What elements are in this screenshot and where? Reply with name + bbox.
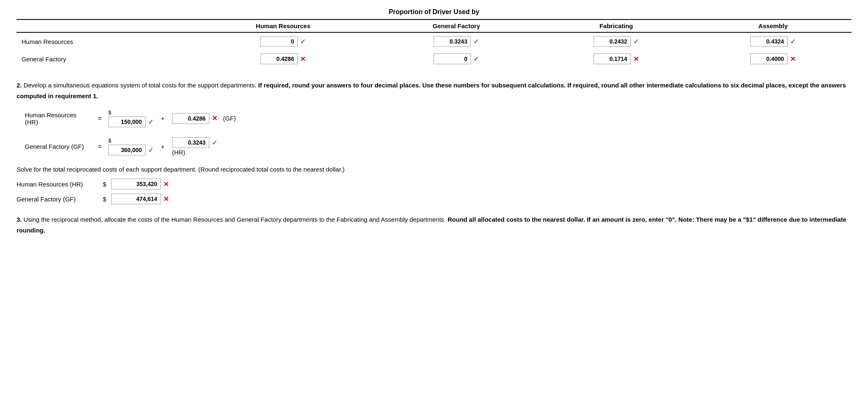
solve-hr-cross-icon: ✕: [163, 180, 169, 188]
proportion-input-r0-c2[interactable]: [594, 36, 631, 47]
cross-icon: ✕: [633, 55, 639, 63]
proportion-title: Proportion of Driver Used by: [17, 8, 851, 16]
col-header-asm: Assembly: [695, 19, 851, 32]
col-header-fab: Fabricating: [538, 19, 694, 32]
col-header-gf: General Factory: [375, 19, 538, 32]
col-header-empty: [17, 19, 192, 32]
proportion-input-r0-c3[interactable]: [750, 36, 788, 47]
proportion-cell-r0-c3: ✓: [695, 32, 851, 50]
proportion-input-r1-c3[interactable]: [750, 53, 788, 64]
check-icon: ✓: [473, 55, 479, 63]
solve-gf-input[interactable]: [111, 194, 161, 204]
q3-text1: Using the reciprocal method, allocate th…: [22, 216, 448, 223]
proportion-cell-r1-c1: ✓: [375, 50, 538, 68]
gf-equals: =: [98, 143, 102, 150]
hr-base-cost-input[interactable]: [108, 116, 145, 127]
solve-hr-row: Human Resources (HR) $ ✕: [17, 179, 851, 189]
solve-gf-row: General Factory (GF) $ ✕: [17, 194, 851, 204]
cross-icon: ✕: [790, 55, 795, 63]
proportion-cell-r0-c1: ✓: [375, 32, 538, 50]
hr-equation-label: Human Resources (HR): [25, 111, 91, 126]
gf-coeff-check-icon: ✓: [212, 139, 217, 147]
gf-dollar-sign: $: [108, 138, 111, 144]
hr-coeff-group: ✕: [172, 113, 217, 124]
check-icon: ✓: [473, 38, 479, 46]
proportion-cell-r0-c0: ✓: [192, 32, 375, 50]
check-icon: ✓: [633, 38, 639, 46]
gf-equation-label: General Factory (GF): [25, 143, 91, 150]
question2-text: 2. Develop a simultaneous equations syst…: [17, 80, 851, 101]
col-header-hr: Human Resources: [192, 19, 375, 32]
gf-label-line1: General Factory (GF): [25, 143, 91, 150]
q2-text1: Develop a simultaneous equations system …: [22, 82, 258, 89]
hr-dollar-input-group: $ ✓: [108, 109, 153, 127]
gf-base-check-icon: ✓: [148, 146, 153, 154]
hr-dollar-sign: $: [108, 109, 111, 116]
q2-number: 2.: [17, 82, 22, 89]
check-icon: ✓: [300, 38, 305, 46]
equations-section: Human Resources (HR) = $ ✓ + ✕ (GF) Gene…: [25, 109, 851, 156]
proportion-table: Human Resources General Factory Fabricat…: [17, 19, 851, 68]
question3-block: 3. Using the reciprocal method, allocate…: [17, 214, 851, 235]
q3-number: 3.: [17, 216, 22, 223]
solve-instruction: Solve for the total reciprocated costs o…: [17, 166, 851, 173]
gf-plus: +: [161, 143, 165, 150]
solve-gf-dollar: $: [103, 196, 106, 203]
solve-hr-input[interactable]: [111, 179, 161, 189]
solve-gf-cross-icon: ✕: [163, 195, 169, 203]
proportion-input-r0-c1[interactable]: [434, 36, 471, 47]
cross-icon: ✕: [300, 55, 305, 63]
gf-base-cost-input[interactable]: [108, 145, 145, 155]
gf-coeff-input[interactable]: [172, 137, 209, 148]
gf-hr-paren: (HR): [172, 149, 185, 156]
proportion-cell-r0-c2: ✓: [538, 32, 694, 50]
proportion-row-label-0: Human Resources: [17, 32, 192, 50]
gf-coeff-area: ✓ (HR): [172, 137, 217, 156]
hr-gf-paren: (GF): [223, 115, 236, 122]
proportion-input-r1-c1[interactable]: [434, 53, 471, 64]
solve-gf-label: General Factory (GF): [17, 196, 99, 203]
hr-equals: =: [98, 115, 102, 122]
hr-label-line1: Human Resources: [25, 111, 91, 119]
proportion-row-label-1: General Factory: [17, 50, 192, 68]
question2-block: 2. Develop a simultaneous equations syst…: [17, 80, 851, 101]
hr-coeff-input[interactable]: [172, 113, 209, 124]
solve-hr-label: Human Resources (HR): [17, 181, 99, 188]
proportion-input-r0-c0[interactable]: [260, 36, 298, 47]
proportion-section: Proportion of Driver Used by Human Resou…: [17, 8, 851, 68]
gf-dollar-input-group: $ ✓: [108, 138, 153, 155]
proportion-cell-r1-c3: ✕: [695, 50, 851, 68]
proportion-input-r1-c2[interactable]: [594, 53, 631, 64]
hr-coeff-cross-icon: ✕: [212, 114, 217, 122]
proportion-input-r1-c0[interactable]: [260, 53, 298, 64]
solve-hr-dollar: $: [103, 181, 106, 188]
proportion-cell-r1-c2: ✕: [538, 50, 694, 68]
check-icon: ✓: [790, 38, 795, 46]
hr-plus: +: [161, 115, 165, 122]
hr-base-check-icon: ✓: [148, 118, 153, 126]
solve-section: Solve for the total reciprocated costs o…: [17, 166, 851, 204]
question3-text: 3. Using the reciprocal method, allocate…: [17, 214, 851, 235]
hr-label-line2: (HR): [25, 119, 91, 126]
proportion-cell-r1-c0: ✕: [192, 50, 375, 68]
